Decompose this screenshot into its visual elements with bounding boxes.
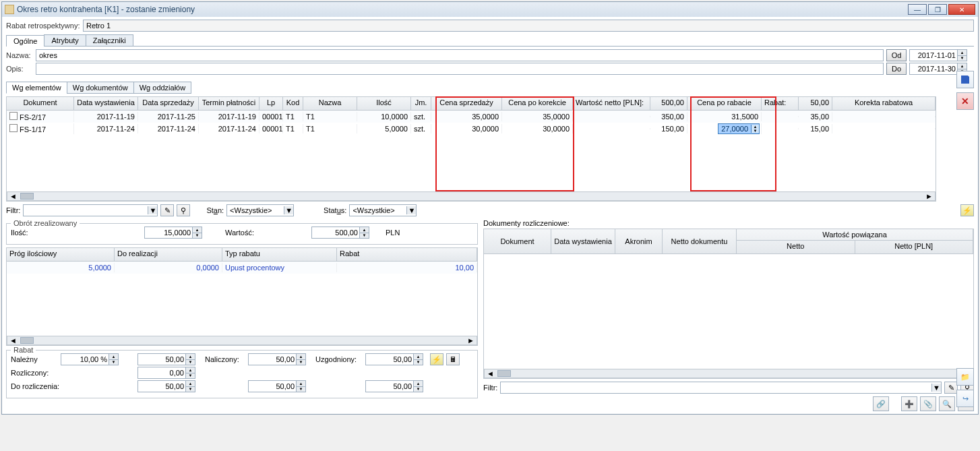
filter-edit-icon[interactable]: ✎ bbox=[944, 382, 958, 394]
col-dokument[interactable]: Dokument bbox=[7, 97, 74, 110]
subtab-wg-elementow[interactable]: Wg elementów bbox=[6, 82, 67, 94]
filter-edit-icon[interactable]: ✎ bbox=[160, 204, 174, 216]
opis-field[interactable] bbox=[36, 63, 884, 75]
filtr-combo[interactable]: ▼ bbox=[23, 204, 158, 216]
od-date[interactable]: ▲▼ bbox=[909, 49, 967, 61]
col-nazwa[interactable]: Nazwa bbox=[303, 97, 357, 110]
window-title: Okres retro kontrahenta [K1] - zostanie … bbox=[17, 5, 195, 14]
dok-filtr-combo[interactable]: ▼ bbox=[500, 382, 942, 394]
col-rabat-lbl[interactable]: Rabat: bbox=[762, 97, 799, 110]
col-wart-netto-val: 500,00 bbox=[650, 97, 687, 110]
tab-zalaczniki[interactable]: Załączniki bbox=[86, 34, 133, 46]
stan-combo[interactable]: <Wszystkie>▼ bbox=[226, 204, 294, 216]
nalezny-val[interactable]: ▲▼ bbox=[137, 353, 195, 365]
wartosc-field[interactable]: ▲▼ bbox=[311, 227, 369, 239]
opis-label: Opis: bbox=[6, 65, 33, 73]
tab-atrybuty[interactable]: Atrybuty bbox=[44, 34, 86, 46]
arrow-button[interactable]: ↪ bbox=[956, 390, 974, 407]
prog-grid: Próg ilościowy Do realizacji Typ rabatu … bbox=[6, 247, 478, 346]
attach-button[interactable]: 📎 bbox=[920, 396, 936, 411]
col-ilosc[interactable]: Ilość bbox=[357, 97, 411, 110]
col-lp[interactable]: Lp bbox=[259, 97, 283, 110]
cena-rabat-editor[interactable]: 27,0000▲▼ bbox=[718, 123, 760, 134]
link-doc-button[interactable]: 🔗 bbox=[873, 396, 889, 411]
col-wart-netto-lbl[interactable]: Wartość netto [PLN]: bbox=[573, 97, 650, 110]
col-kod[interactable]: Kod bbox=[283, 97, 303, 110]
col-data-sprz[interactable]: Data sprzedaży bbox=[138, 97, 199, 110]
naliczony-val[interactable]: ▲▼ bbox=[248, 353, 306, 365]
col-data-wyst[interactable]: Data wystawienia bbox=[74, 97, 138, 110]
subtab-wg-dokumentow[interactable]: Wg dokumentów bbox=[67, 82, 134, 94]
nazwa-field[interactable] bbox=[36, 49, 884, 61]
rabat-group: Rabat Należny ▲▼ ▲▼ Naliczony: ▲▼ Uzgodn… bbox=[6, 350, 478, 398]
uzgodniony-val[interactable]: ▲▼ bbox=[365, 353, 423, 365]
do-button[interactable]: Do bbox=[886, 63, 907, 75]
do-rozl-3[interactable]: ▲▼ bbox=[365, 380, 423, 392]
filter-funnel-icon[interactable]: ⚲ bbox=[177, 204, 190, 216]
bolt-button[interactable]: ⚡ bbox=[960, 204, 974, 216]
filtr-label: Filtr: bbox=[6, 206, 20, 214]
rabat-retro-label: Rabat retrospektywny: bbox=[6, 22, 80, 30]
col-cena-rabat[interactable]: Cena po rabacie bbox=[687, 97, 762, 110]
main-window: Okres retro kontrahenta [K1] - zostanie … bbox=[1, 1, 979, 415]
app-icon bbox=[5, 5, 14, 14]
table-row[interactable]: 5,0000 0,0000 Upust procentowy 10,00 bbox=[7, 262, 477, 274]
titlebar[interactable]: Okres retro kontrahenta [K1] - zostanie … bbox=[2, 2, 978, 17]
do-rozl-2[interactable]: ▲▼ bbox=[248, 380, 306, 392]
rabat-retro-field[interactable] bbox=[83, 20, 974, 32]
nazwa-label: Nazwa: bbox=[6, 51, 33, 59]
add-button[interactable]: ➕ bbox=[901, 396, 917, 411]
preview-button[interactable]: 🔍 bbox=[939, 396, 955, 411]
dokumenty-title: Dokumenty rozliczeniowe: bbox=[483, 219, 974, 227]
col-jm[interactable]: Jm. bbox=[411, 97, 431, 110]
folder-button[interactable]: 📁 bbox=[956, 368, 974, 386]
bolt-button-2[interactable]: ⚡ bbox=[430, 353, 443, 365]
nalezny-pct[interactable]: ▲▼ bbox=[61, 353, 119, 365]
ilosc-field[interactable]: ▲▼ bbox=[144, 227, 202, 239]
dokumenty-grid: Dokument Data wystawienia Akronim Netto … bbox=[483, 229, 974, 379]
main-tabs: Ogólne Atrybuty Załączniki bbox=[6, 34, 974, 47]
od-button[interactable]: Od bbox=[886, 49, 907, 61]
col-termin[interactable]: Termin płatności bbox=[199, 97, 259, 110]
rozliczony-val[interactable]: ▲▼ bbox=[137, 367, 195, 379]
col-cena-kor[interactable]: Cena po korekcie bbox=[502, 97, 573, 110]
main-grid: Dokument Data wystawienia Data sprzedaży… bbox=[6, 96, 936, 202]
table-row[interactable]: FS-2/17 2017-11-19 2017-11-25 2017-11-19… bbox=[7, 111, 936, 123]
minimize-button[interactable]: ― bbox=[908, 4, 927, 15]
h-scrollbar[interactable]: ◄► bbox=[484, 369, 973, 378]
close-button[interactable]: ✕ bbox=[948, 4, 975, 15]
col-rabat-val: 50,00 bbox=[799, 97, 832, 110]
subtab-wg-oddzialow[interactable]: Wg oddziałów bbox=[133, 82, 191, 94]
col-cena-sprz[interactable]: Cena sprzedaży bbox=[431, 97, 502, 110]
tab-ogolne[interactable]: Ogólne bbox=[6, 35, 44, 47]
table-row[interactable]: FS-1/17 2017-11-24 2017-11-24 2017-11-24… bbox=[7, 123, 936, 135]
cancel-button[interactable]: ✕ bbox=[956, 92, 974, 110]
do-rozl-1[interactable]: ▲▼ bbox=[137, 380, 195, 392]
status-combo[interactable]: <Wszystkie>▼ bbox=[349, 204, 417, 216]
h-scrollbar[interactable]: ◄► bbox=[7, 191, 936, 201]
calc-button[interactable]: 🖩 bbox=[446, 353, 460, 365]
save-button[interactable] bbox=[956, 71, 974, 88]
obrot-group: Obrót zrealizowany Ilość: ▲▼ Wartość: ▲▼… bbox=[6, 223, 478, 245]
h-scrollbar[interactable]: ◄► bbox=[7, 336, 477, 345]
maximize-button[interactable]: ❐ bbox=[928, 4, 947, 15]
col-korekta[interactable]: Korekta rabatowa bbox=[832, 97, 936, 110]
